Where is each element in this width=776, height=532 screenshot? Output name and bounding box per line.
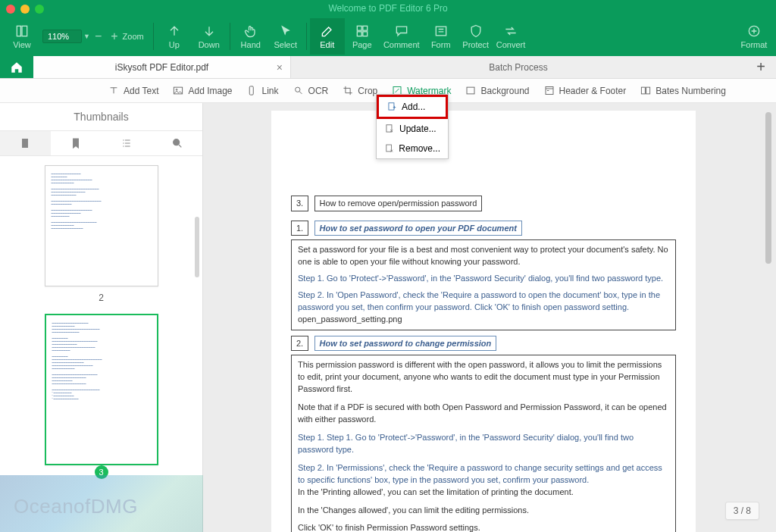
zoom-dropdown-icon[interactable]: ▼ <box>83 33 90 40</box>
up-button[interactable]: Up <box>157 18 192 55</box>
watermark-add-item[interactable]: Add... <box>377 95 448 119</box>
edit-button[interactable]: Edit <box>310 18 345 55</box>
page-counter: 3 / 8 <box>725 502 759 520</box>
form-button[interactable]: Form <box>424 18 458 55</box>
document-page: 3. How to remove open/permission passwor… <box>271 111 696 532</box>
svg-rect-21 <box>386 145 392 152</box>
doc-h2: How to set password to change permission <box>314 336 497 352</box>
watermark-remove-item[interactable]: Remove... <box>377 139 448 158</box>
thumbnails-sidebar: Thumbnails ▬▬▬▬▬▬▬▬▬▬▬▬▬▬▬▬▬▬▬▬▬▬▬▬▬▬▬▬▬… <box>0 103 203 532</box>
document-viewport[interactable]: 3. How to remove open/permission passwor… <box>203 103 776 532</box>
watermark-dropdown: Add... Update... Remove... <box>376 94 449 159</box>
svg-rect-16 <box>646 87 650 94</box>
zoom-value[interactable]: 110% <box>42 30 82 43</box>
add-text-button[interactable]: Add Text <box>108 85 158 96</box>
down-button[interactable]: Down <box>192 18 227 55</box>
svg-rect-5 <box>363 32 368 36</box>
thumbnail-page-3[interactable]: ▬▬▬▬▬▬▬▬▬▬▬▬▬▬▬▬▬▬▬▬▬▬▬▬▬▬▬▬▬▬▬▬▬▬▬▬▬▬▬▬… <box>45 314 158 465</box>
window-minimize[interactable] <box>20 5 30 14</box>
doc-h1: How to set password to open your PDF doc… <box>314 221 522 236</box>
site-watermark: OceanofDMG <box>14 495 138 518</box>
background-button[interactable]: Background <box>465 85 529 96</box>
svg-rect-0 <box>17 26 20 36</box>
svg-rect-3 <box>363 26 368 30</box>
sidebar-tab-thumbnails[interactable] <box>0 131 51 155</box>
format-button[interactable]: Format <box>737 18 771 55</box>
doc-box-2: This permission password is different wi… <box>291 355 676 532</box>
svg-rect-10 <box>249 86 253 95</box>
svg-rect-20 <box>386 125 392 132</box>
bates-numbering-button[interactable]: Bates Numbering <box>640 85 726 96</box>
svg-rect-6 <box>436 27 446 36</box>
svg-rect-1 <box>22 26 27 36</box>
svg-point-9 <box>177 89 178 90</box>
hand-button[interactable]: Hand <box>233 18 268 55</box>
doc-h2-num: 2. <box>291 336 308 352</box>
add-image-button[interactable]: Add Image <box>172 85 232 96</box>
document-scrollbar[interactable] <box>765 112 771 264</box>
sidebar-tab-outline[interactable] <box>102 131 152 155</box>
doc-num-3: 3. <box>291 196 308 211</box>
window-close[interactable] <box>6 5 15 14</box>
svg-rect-4 <box>357 32 361 36</box>
batch-process-tab[interactable]: Batch Process <box>291 56 746 78</box>
protect-button[interactable]: Protect <box>458 18 493 55</box>
tab-bar: iSkysoft PDF Editor.pdf × Batch Process … <box>0 56 776 79</box>
comment-button[interactable]: Comment <box>380 18 424 55</box>
sidebar-tab-search[interactable] <box>152 131 202 155</box>
sidebar-tab-bookmarks[interactable] <box>51 131 102 155</box>
ocr-button[interactable]: OCR <box>293 85 329 96</box>
doc-row1: How to remove open/permission password <box>314 196 483 211</box>
header-footer-button[interactable]: Header & Footer <box>543 85 627 96</box>
svg-rect-2 <box>357 26 361 30</box>
page-button[interactable]: Page <box>345 18 380 55</box>
sidebar-title: Thumbnails <box>0 103 202 130</box>
thumbnail-page-2[interactable]: ▬▬▬▬▬▬▬▬▬▬▬▬▬▬▬▬▬▬▬▬▬▬▬▬▬▬▬▬▬▬▬▬▬▬▬▬▬▬▬▬… <box>45 165 158 286</box>
select-button[interactable]: Select <box>268 18 303 55</box>
window-title: Welcome to PDF Editor 6 Pro <box>0 0 776 17</box>
svg-rect-14 <box>546 87 553 95</box>
svg-rect-13 <box>467 87 474 94</box>
home-tab[interactable] <box>0 56 33 78</box>
svg-rect-15 <box>642 87 646 94</box>
zoom-out-button[interactable]: − <box>90 30 106 43</box>
main-toolbar: View 110% ▼ − + Zoom Up Down Hand Select… <box>0 17 776 56</box>
doc-h1-num: 1. <box>291 221 308 236</box>
zoom-label: Zoom <box>123 32 144 41</box>
link-button[interactable]: Link <box>246 85 279 96</box>
window-maximize[interactable] <box>35 5 44 14</box>
svg-rect-19 <box>389 103 394 110</box>
svg-point-18 <box>173 139 179 146</box>
convert-button[interactable]: Convert <box>493 18 529 55</box>
sidebar-scrollbar[interactable] <box>195 217 199 277</box>
watermark-update-item[interactable]: Update... <box>377 119 448 139</box>
view-button[interactable]: View <box>5 18 39 55</box>
crop-button[interactable]: Crop <box>342 85 377 96</box>
new-tab-button[interactable]: + <box>746 56 776 78</box>
svg-rect-17 <box>22 139 28 148</box>
doc-box-1: Set a password for your file is a best a… <box>291 239 676 330</box>
zoom-in-button[interactable]: + <box>106 30 122 43</box>
thumbnail-number-2: 2 <box>23 293 180 303</box>
document-tab[interactable]: iSkysoft PDF Editor.pdf × <box>33 56 291 78</box>
svg-point-11 <box>295 87 299 92</box>
close-tab-icon[interactable]: × <box>277 61 283 74</box>
